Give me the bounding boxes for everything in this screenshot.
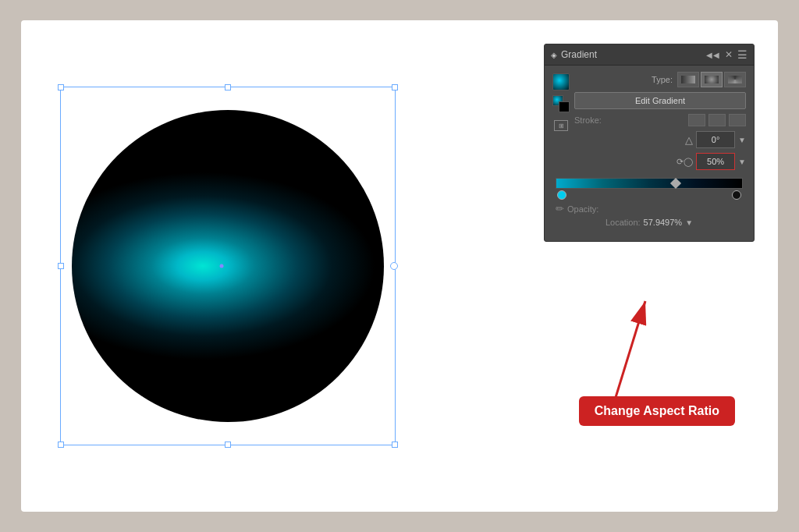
- stroke-icon-2[interactable]: [708, 114, 726, 126]
- stroke-icons: [688, 114, 746, 126]
- gradient-bar[interactable]: [556, 178, 743, 189]
- handle-tl[interactable]: [58, 84, 64, 90]
- handle-br[interactable]: [392, 442, 398, 448]
- handle-bl[interactable]: [58, 442, 64, 448]
- opacity-row: ✏ Opacity:: [552, 203, 746, 215]
- close-button[interactable]: ✕: [725, 49, 733, 60]
- handle-bc[interactable]: [225, 442, 231, 448]
- opacity-pencil-icon: ✏: [556, 203, 564, 215]
- gradient-stop-mid[interactable]: [669, 178, 680, 189]
- svg-line-1: [614, 301, 645, 403]
- location-dropdown[interactable]: ▼: [685, 218, 693, 227]
- menu-icon[interactable]: ☰: [737, 48, 748, 61]
- gradient-icon-header: ◈: [551, 51, 557, 59]
- gradient-stop-right[interactable]: [732, 190, 741, 200]
- location-row: Location: 57.9497% ▼: [552, 218, 746, 227]
- center-point: [220, 264, 224, 268]
- angle-icon: [728, 76, 742, 83]
- type-linear-btn[interactable]: [677, 72, 699, 87]
- gradient-bar-container: [556, 178, 743, 200]
- collapse-dots[interactable]: ◀◀: [706, 51, 720, 59]
- stroke-icon-1[interactable]: [688, 114, 705, 126]
- location-value: 57.9497%: [644, 218, 683, 227]
- radial-icon: [705, 76, 719, 83]
- handle-ml[interactable]: [58, 263, 64, 269]
- aspect-icon: ⟳◯: [676, 157, 693, 167]
- panel-title-area: ◈ Gradient: [551, 49, 597, 60]
- panel-title-text: Gradient: [561, 49, 597, 60]
- angle-input[interactable]: 0°: [696, 131, 735, 148]
- angle-row: △ 0° ▼: [574, 131, 746, 148]
- type-radial-btn[interactable]: [701, 72, 723, 87]
- edit-gradient-button[interactable]: Edit Gradient: [574, 92, 746, 109]
- selection-box: [60, 87, 396, 445]
- canvas-area: [37, 48, 419, 484]
- angle-icon: △: [685, 134, 693, 146]
- gradient-panel: ◈ Gradient ◀◀ ✕ ☰: [544, 44, 755, 242]
- type-angle-btn[interactable]: [724, 72, 746, 87]
- gradient-stops-row: [556, 190, 743, 200]
- circle-object: [72, 110, 384, 422]
- handle-tr[interactable]: [392, 84, 398, 90]
- aspect-ratio-row: ⟳◯ 50% ▼: [574, 153, 746, 170]
- panel-main-content: Type:: [574, 72, 746, 178]
- type-label: Type:: [652, 75, 673, 84]
- opacity-label: Opacity:: [567, 204, 598, 214]
- main-container: ◈ Gradient ◀◀ ✕ ☰: [21, 20, 778, 512]
- background-box: [559, 101, 570, 112]
- stroke-icon-3[interactable]: [729, 114, 746, 126]
- angle-dropdown[interactable]: ▼: [738, 136, 746, 144]
- panel-controls: ◀◀ ✕ ☰: [706, 48, 748, 61]
- type-buttons: [677, 72, 746, 87]
- type-row: Type:: [574, 72, 746, 87]
- annotation-label: Change Aspect Ratio: [579, 396, 735, 426]
- gradient-stop-left[interactable]: [557, 190, 566, 200]
- gradient-preview-large[interactable]: [552, 73, 570, 90]
- handle-mr[interactable]: [390, 262, 398, 270]
- size-icon: ⊞: [552, 120, 570, 131]
- fg-bg-boxes: [552, 95, 570, 112]
- handle-tc[interactable]: [225, 84, 231, 90]
- size-box: ⊞: [554, 120, 568, 131]
- panel-body: ⊞ Type:: [545, 66, 754, 233]
- location-label: Location:: [605, 218, 641, 227]
- linear-icon: [681, 76, 695, 83]
- stroke-row: Stroke:: [574, 114, 746, 126]
- panel-left-icons: ⊞: [552, 73, 570, 131]
- stroke-label: Stroke:: [574, 115, 602, 125]
- panel-header: ◈ Gradient ◀◀ ✕ ☰: [545, 44, 754, 66]
- aspect-dropdown[interactable]: ▼: [738, 158, 746, 166]
- aspect-ratio-input[interactable]: 50%: [696, 153, 735, 170]
